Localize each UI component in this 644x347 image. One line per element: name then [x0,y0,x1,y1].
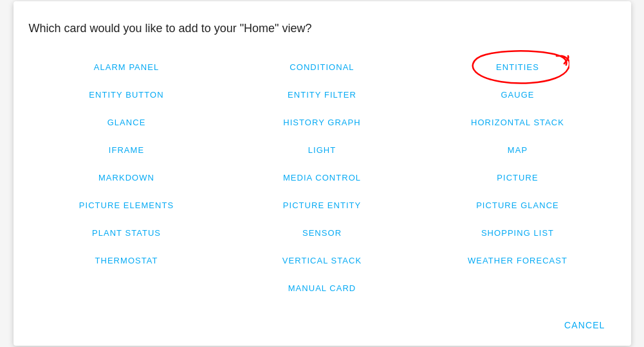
card-picture-entity[interactable]: PICTURE ENTITY [225,191,420,219]
card-glance[interactable]: GLANCE [29,109,225,136]
cancel-button[interactable]: CANCEL [554,315,616,335]
card-manual-card[interactable]: MANUAL CARD [225,274,420,302]
card-alarm-panel[interactable]: ALARM PANEL [29,53,225,81]
card-weather-forecast[interactable]: WEATHER FORECAST [420,247,616,274]
card-history-graph[interactable]: HISTORY GRAPH [225,109,420,136]
card-iframe[interactable]: IFRAME [29,136,225,164]
card-entity-filter[interactable]: ENTITY FILTER [225,81,420,109]
dialog-footer: CANCEL [29,307,616,335]
add-card-dialog: Which card would you like to add to your… [14,1,631,346]
card-map[interactable]: MAP [420,136,616,164]
card-markdown[interactable]: MARKDOWN [29,164,225,191]
dialog-title: Which card would you like to add to your… [29,22,616,35]
card-plant-status[interactable]: PLANT STATUS [29,219,225,247]
card-media-control[interactable]: MEDIA CONTROL [225,164,420,191]
card-picture[interactable]: PICTURE [420,164,616,191]
card-light[interactable]: LIGHT [225,136,420,164]
card-conditional[interactable]: CONDITIONAL [225,53,420,81]
card-sensor[interactable]: SENSOR [225,219,420,247]
card-picture-elements[interactable]: PICTURE ELEMENTS [29,191,225,219]
card-picture-glance[interactable]: PICTURE GLANCE [420,191,616,219]
card-vertical-stack[interactable]: VERTICAL STACK [225,247,420,274]
card-shopping-list[interactable]: SHOPPING LIST [420,219,616,247]
card-gauge[interactable]: GAUGE [420,81,616,109]
card-thermostat[interactable]: THERMOSTAT [29,247,225,274]
card-entities[interactable]: ENTITIES [420,53,616,81]
card-grid: ALARM PANEL CONDITIONAL ENTITIES ENTITY … [29,53,616,302]
card-horizontal-stack[interactable]: HORIZONTAL STACK [420,109,616,136]
card-entity-button[interactable]: ENTITY BUTTON [29,81,225,109]
